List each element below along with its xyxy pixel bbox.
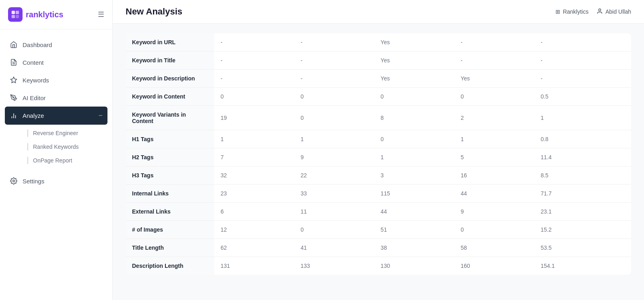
value-cell: 8 bbox=[374, 106, 454, 130]
page-title: New Analysis bbox=[126, 6, 182, 17]
value-cell: 1 bbox=[374, 148, 454, 166]
metric-cell: Keyword in URL bbox=[126, 33, 214, 51]
value-cell: 38 bbox=[374, 239, 454, 257]
sidebar-item-label: Content bbox=[23, 59, 44, 66]
value-cell: 11.4 bbox=[534, 148, 631, 166]
table-row: Internal Links23331154471.7 bbox=[126, 185, 631, 203]
sidebar-item-content[interactable]: Content bbox=[0, 53, 112, 71]
table-row: # of Images12051015.2 bbox=[126, 221, 631, 239]
value-cell: 115 bbox=[374, 185, 454, 203]
sidebar-logo: ranklytics ☰ bbox=[0, 0, 112, 29]
svg-rect-1 bbox=[16, 11, 19, 14]
value-cell: 12 bbox=[214, 221, 294, 239]
value-cell: 0 bbox=[214, 88, 294, 106]
file-text-icon bbox=[10, 58, 18, 66]
analysis-table: Keyword in URL--Yes--Keyword in Title--Y… bbox=[126, 33, 631, 275]
value-cell: 44 bbox=[374, 203, 454, 221]
table-row: H1 Tags11010.8 bbox=[126, 130, 631, 148]
sub-nav-label: OnPage Report bbox=[33, 157, 72, 164]
nav-items: Dashboard Content Keywords bbox=[0, 29, 112, 300]
table-row: External Links61144923.1 bbox=[126, 203, 631, 221]
brand-label: Ranklytics bbox=[563, 8, 588, 15]
value-cell: 8.5 bbox=[534, 166, 631, 185]
sidebar-item-label: Keywords bbox=[23, 77, 49, 84]
app-logo-text: ranklytics bbox=[26, 10, 63, 19]
value-cell: 1 bbox=[534, 106, 631, 130]
value-cell: 33 bbox=[294, 185, 374, 203]
table-row: Description Length131133130160154.1 bbox=[126, 257, 631, 275]
value-cell: Yes bbox=[374, 70, 454, 88]
main: New Analysis ⊞ Ranklytics Abid Ullah Key… bbox=[113, 0, 644, 300]
sidebar-item-dashboard[interactable]: Dashboard bbox=[0, 36, 112, 53]
value-cell: 58 bbox=[454, 239, 534, 257]
table-row: H2 Tags791511.4 bbox=[126, 148, 631, 166]
value-cell: 0 bbox=[294, 88, 374, 106]
value-cell: 23 bbox=[214, 185, 294, 203]
value-cell: - bbox=[534, 33, 631, 51]
value-cell: 16 bbox=[454, 166, 534, 185]
user-label: Abid Ullah bbox=[605, 8, 631, 15]
value-cell: 130 bbox=[374, 257, 454, 275]
value-cell: - bbox=[214, 33, 294, 51]
value-cell: 0 bbox=[374, 130, 454, 148]
sidebar: ranklytics ☰ Dashboard bbox=[0, 0, 113, 300]
sub-nav-label: Reverse Engineer bbox=[33, 130, 78, 136]
value-cell: 133 bbox=[294, 257, 374, 275]
hamburger-button[interactable]: ☰ bbox=[98, 10, 104, 19]
sidebar-item-settings[interactable]: Settings bbox=[0, 172, 112, 190]
topbar-brand: ⊞ Ranklytics bbox=[555, 8, 588, 15]
value-cell: 5 bbox=[454, 148, 534, 166]
value-cell: - bbox=[534, 51, 631, 70]
svg-rect-0 bbox=[12, 11, 15, 14]
metric-cell: H2 Tags bbox=[126, 148, 214, 166]
home-icon bbox=[10, 41, 18, 49]
svg-rect-2 bbox=[12, 15, 15, 18]
svg-point-7 bbox=[13, 97, 14, 98]
value-cell: 2 bbox=[454, 106, 534, 130]
value-cell: 51 bbox=[374, 221, 454, 239]
value-cell: 23.1 bbox=[534, 203, 631, 221]
value-cell: - bbox=[214, 70, 294, 88]
pen-tool-icon bbox=[10, 94, 18, 102]
value-cell: 19 bbox=[214, 106, 294, 130]
value-cell: 131 bbox=[214, 257, 294, 275]
content-area: Keyword in URL--Yes--Keyword in Title--Y… bbox=[113, 24, 644, 300]
value-cell: 71.7 bbox=[534, 185, 631, 203]
sidebar-item-reverse-engineer[interactable]: Reverse Engineer bbox=[23, 126, 112, 140]
svg-marker-6 bbox=[11, 77, 17, 83]
value-cell: 62 bbox=[214, 239, 294, 257]
sidebar-item-keywords[interactable]: Keywords bbox=[0, 71, 112, 89]
value-cell: 0 bbox=[374, 88, 454, 106]
value-cell: 0 bbox=[294, 106, 374, 130]
value-cell: 41 bbox=[294, 239, 374, 257]
sidebar-item-label: Analyze bbox=[23, 112, 44, 119]
value-cell: Yes bbox=[374, 51, 454, 70]
value-cell: - bbox=[454, 51, 534, 70]
value-cell: 1 bbox=[214, 130, 294, 148]
value-cell: 32 bbox=[214, 166, 294, 185]
settings-icon bbox=[10, 177, 18, 185]
metric-cell: H1 Tags bbox=[126, 130, 214, 148]
value-cell: 22 bbox=[294, 166, 374, 185]
sidebar-item-ai-editor[interactable]: AI Editor bbox=[0, 89, 112, 107]
metric-cell: Keyword in Description bbox=[126, 70, 214, 88]
metric-cell: Keyword Variants in Content bbox=[126, 106, 214, 130]
value-cell: - bbox=[294, 51, 374, 70]
sidebar-item-label: AI Editor bbox=[23, 95, 46, 101]
sidebar-item-label: Settings bbox=[23, 178, 44, 185]
value-cell: 160 bbox=[454, 257, 534, 275]
sub-nav-label: Ranked Keywords bbox=[33, 144, 79, 150]
value-cell: - bbox=[454, 33, 534, 51]
value-cell: 15.2 bbox=[534, 221, 631, 239]
table-row: H3 Tags32223168.5 bbox=[126, 166, 631, 185]
metric-cell: Description Length bbox=[126, 257, 214, 275]
value-cell: Yes bbox=[454, 70, 534, 88]
svg-rect-3 bbox=[16, 15, 19, 18]
sidebar-item-onpage-report[interactable]: OnPage Report bbox=[23, 154, 112, 167]
logo-icon bbox=[8, 7, 23, 22]
value-cell: 0.8 bbox=[534, 130, 631, 148]
value-cell: 0 bbox=[294, 221, 374, 239]
sidebar-item-ranked-keywords[interactable]: Ranked Keywords bbox=[23, 140, 112, 154]
sidebar-item-analyze[interactable]: Analyze − bbox=[5, 107, 107, 125]
svg-point-12 bbox=[599, 9, 601, 11]
